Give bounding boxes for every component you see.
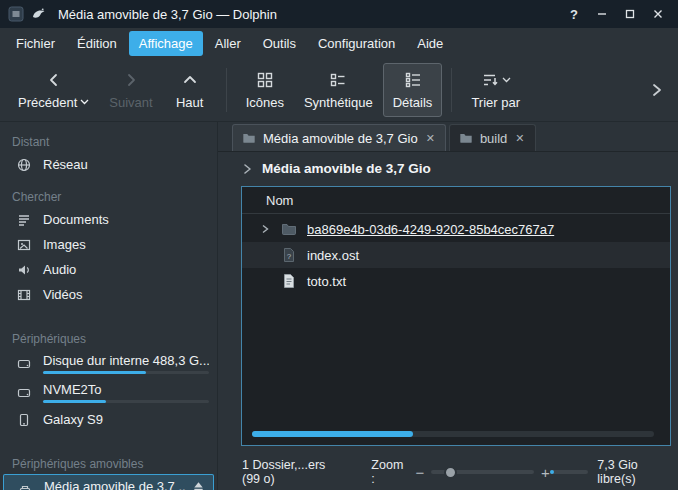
menu-item-aller[interactable]: Aller (205, 31, 251, 56)
sidebar-item-images[interactable]: Images (0, 232, 217, 257)
tab-label: build (480, 131, 507, 146)
compact-view-button[interactable]: Synthétique (294, 63, 383, 117)
tab-build[interactable]: build ✕ (449, 124, 536, 151)
column-header-row: Nom (242, 187, 670, 214)
menu-item-edition[interactable]: Édition (67, 31, 127, 56)
compact-view-label: Synthétique (304, 95, 373, 110)
sidebar-item-galaxy-s9[interactable]: Galaxy S9 (0, 407, 217, 432)
zoom-slider[interactable] (431, 464, 534, 480)
breadcrumb-chevron-icon[interactable] (242, 163, 253, 175)
dropdown-caret-icon (80, 99, 89, 105)
sort-by-button[interactable]: Trier par (461, 63, 530, 117)
sidebar-item-documents[interactable]: Documents (0, 207, 217, 232)
sort-icon (481, 71, 499, 89)
file-name: toto.txt (304, 274, 346, 289)
free-space-widget: 7,3 Gio libre(s) (550, 458, 666, 486)
sidebar-item-videos[interactable]: Vidéos (0, 282, 217, 307)
network-icon (15, 157, 33, 173)
sidebar-item-label: Audio (43, 262, 76, 277)
column-header-nom[interactable]: Nom (266, 193, 293, 208)
dolphin-window: Média amovible de 3,7 Gio — Dolphin ? Fi… (0, 0, 678, 490)
file-name: index.ost (304, 248, 359, 263)
sidebar-item-label: Galaxy S9 (43, 412, 103, 427)
up-label: Haut (176, 95, 203, 110)
sidebar-item-label: Vidéos (43, 287, 83, 302)
help-button[interactable]: ? (562, 3, 586, 25)
zoom-in-icon[interactable]: + (541, 465, 550, 480)
titlebar: Média amovible de 3,7 Gio — Dolphin ? (0, 0, 678, 28)
menu-item-fichier[interactable]: Fichier (6, 31, 65, 56)
sidebar-item-label: Réseau (43, 157, 88, 172)
harddrive-icon (15, 385, 33, 401)
status-bar: 1 Dossier,...ers (99 o) Zoom : − + 7,3 G… (218, 454, 678, 490)
forward-button[interactable]: Suivant (99, 63, 162, 117)
audio-icon (15, 262, 33, 278)
main-area: Média amovible de 3,7 Gio ✕ build ✕ Médi… (218, 122, 678, 490)
menu-item-affichage[interactable]: Affichage (129, 31, 203, 56)
breadcrumb-path[interactable]: Média amovible de 3,7 Gio (262, 161, 431, 176)
zoom-out-icon[interactable]: − (415, 465, 424, 480)
horizontal-scrollbar[interactable] (252, 431, 654, 437)
folder-icon (242, 131, 256, 145)
dolphin-app-icon[interactable] (31, 6, 47, 22)
toolbar-separator (226, 68, 227, 112)
up-button[interactable]: Haut (163, 63, 217, 117)
free-space-bar (550, 470, 589, 474)
usage-bar (43, 371, 209, 374)
window-title: Média amovible de 3,7 Gio — Dolphin (58, 7, 277, 22)
tab-close-icon[interactable]: ✕ (425, 132, 436, 145)
sidebar-item-media-amovible[interactable]: Média amovible de 3,7 ... (3, 474, 214, 490)
scrollbar-thumb[interactable] (252, 431, 413, 437)
close-button[interactable] (646, 3, 670, 25)
view-container: Nom ba869e4b-03d6-4249-9202-85b4cec767a7 (218, 185, 678, 454)
removable-drive-icon (16, 482, 34, 490)
file-row[interactable]: ba869e4b-03d6-4249-9202-85b4cec767a7 (242, 216, 670, 242)
menu-item-configuration[interactable]: Configuration (308, 31, 405, 56)
eject-icon[interactable] (186, 480, 205, 490)
menu-item-aide[interactable]: Aide (407, 31, 453, 56)
folder-icon (459, 131, 473, 145)
sidebar-item-disque-dur-interne[interactable]: Disque dur interne 488,3 G... (0, 349, 217, 378)
sidebar-item-reseau[interactable]: Réseau (0, 152, 217, 177)
maximize-button[interactable] (618, 3, 642, 25)
tab-label: Média amovible de 3,7 Gio (263, 131, 418, 146)
app-menu-icon[interactable] (8, 6, 24, 22)
sidebar-item-audio[interactable]: Audio (0, 257, 217, 282)
toolbar-overflow-icon[interactable] (644, 77, 670, 103)
places-section-distant: Distant (0, 132, 217, 152)
minimize-button[interactable] (590, 3, 614, 25)
places-section-peripheriques-amovibles: Périphériques amovibles (0, 454, 217, 474)
chevron-left-icon (46, 70, 62, 90)
menu-item-outils[interactable]: Outils (253, 31, 306, 56)
sidebar-item-nvme2to[interactable]: NVME2To (0, 378, 217, 407)
places-section-chercher: Chercher (0, 187, 217, 207)
zoom-slider-handle[interactable] (444, 466, 457, 479)
sidebar-item-label: Images (43, 237, 86, 252)
back-button[interactable]: Précédent (8, 63, 99, 117)
documents-icon (15, 212, 33, 228)
phone-icon (15, 412, 33, 428)
folder-icon (280, 221, 298, 237)
breadcrumb: Média amovible de 3,7 Gio (218, 152, 678, 185)
tab-close-icon[interactable]: ✕ (514, 132, 525, 145)
toolbar-separator (451, 68, 452, 112)
places-panel: Distant Réseau Chercher Documents Images (0, 122, 218, 490)
expander-icon[interactable] (256, 224, 274, 234)
icons-view-button[interactable]: Icônes (236, 63, 294, 117)
file-row[interactable]: toto.txt (242, 268, 670, 294)
unknown-file-icon: ? (280, 247, 298, 263)
places-section-peripheriques: Périphériques (0, 329, 217, 349)
details-view-button[interactable]: Détails (383, 63, 443, 117)
images-icon (15, 237, 33, 253)
file-row[interactable]: ? index.ost (242, 242, 670, 268)
chevron-right-icon (123, 70, 139, 90)
videos-icon (15, 287, 33, 303)
usage-bar (43, 400, 209, 403)
menubar: Fichier Édition Affichage Aller Outils C… (0, 28, 678, 58)
dropdown-caret-icon (502, 77, 511, 83)
svg-text:?: ? (287, 252, 292, 261)
tab-media-amovible[interactable]: Média amovible de 3,7 Gio ✕ (232, 124, 446, 151)
content-area: Distant Réseau Chercher Documents Images (0, 122, 678, 490)
file-rows: ba869e4b-03d6-4249-9202-85b4cec767a7 ? i… (242, 214, 670, 445)
sidebar-item-label: NVME2To (43, 382, 209, 397)
